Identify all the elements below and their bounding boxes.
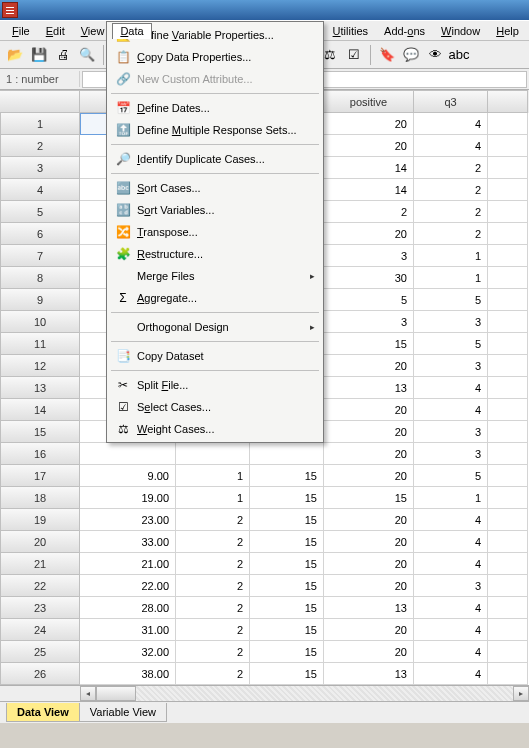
row-number[interactable]: 3 — [0, 157, 80, 179]
cell[interactable]: 14 — [324, 157, 414, 179]
row-number[interactable]: 1 — [0, 113, 80, 135]
row-number[interactable]: 24 — [0, 619, 80, 641]
cell[interactable]: 9.00 — [80, 465, 176, 487]
spellcheck-icon[interactable]: abc — [448, 44, 470, 66]
cell[interactable] — [488, 553, 528, 575]
cell[interactable]: 4 — [414, 597, 488, 619]
cell[interactable] — [488, 509, 528, 531]
cell[interactable]: 5 — [324, 289, 414, 311]
cell[interactable]: 15 — [250, 509, 324, 531]
menu-item-define-multiple-response-sets[interactable]: 🔝Define Multiple Response Sets... — [109, 119, 321, 141]
cell[interactable]: 3 — [414, 355, 488, 377]
cell[interactable] — [488, 289, 528, 311]
cell[interactable] — [488, 113, 528, 135]
show-all-icon[interactable]: 👁 — [424, 44, 446, 66]
menu-file[interactable]: File — [4, 23, 38, 39]
cell[interactable] — [488, 179, 528, 201]
scroll-left-icon[interactable]: ◂ — [80, 686, 96, 701]
menu-item-merge-files[interactable]: Merge Files — [109, 265, 321, 287]
cell[interactable]: 31.00 — [80, 619, 176, 641]
print-icon[interactable]: 🖨 — [52, 44, 74, 66]
cell[interactable]: 20 — [324, 113, 414, 135]
cell[interactable]: 4 — [414, 663, 488, 685]
cell[interactable]: 4 — [414, 553, 488, 575]
cell[interactable]: 2 — [176, 619, 250, 641]
cell[interactable] — [488, 223, 528, 245]
cell[interactable] — [488, 399, 528, 421]
cell[interactable]: 20 — [324, 619, 414, 641]
row-number[interactable]: 16 — [0, 443, 80, 465]
use-sets-icon[interactable]: 💬 — [400, 44, 422, 66]
menu-item-copy-data-properties[interactable]: 📋Copy Data Properties... — [109, 46, 321, 68]
cell[interactable]: 4 — [414, 377, 488, 399]
cell[interactable]: 5 — [414, 333, 488, 355]
cell[interactable] — [80, 443, 176, 465]
cell[interactable]: 3 — [324, 311, 414, 333]
cell[interactable]: 3 — [414, 575, 488, 597]
row-number[interactable]: 17 — [0, 465, 80, 487]
cell[interactable]: 2 — [414, 179, 488, 201]
cell[interactable]: 5 — [414, 465, 488, 487]
cell[interactable] — [488, 267, 528, 289]
cell[interactable] — [488, 157, 528, 179]
cell[interactable]: 13 — [324, 377, 414, 399]
menu-item-split-file[interactable]: ✂Split File... — [109, 374, 321, 396]
cell[interactable]: 3 — [324, 245, 414, 267]
cell[interactable]: 4 — [414, 399, 488, 421]
cell[interactable]: 13 — [324, 663, 414, 685]
cell[interactable]: 4 — [414, 113, 488, 135]
cell[interactable]: 3 — [414, 311, 488, 333]
cell[interactable]: 33.00 — [80, 531, 176, 553]
cell[interactable]: 3 — [414, 421, 488, 443]
menu-add-ons[interactable]: Add-ons — [376, 23, 433, 39]
cell[interactable]: 20 — [324, 575, 414, 597]
row-number[interactable]: 18 — [0, 487, 80, 509]
menu-item-identify-duplicate-cases[interactable]: 🔎Identify Duplicate Cases... — [109, 148, 321, 170]
row-number[interactable]: 10 — [0, 311, 80, 333]
horizontal-scrollbar[interactable]: ◂ ▸ — [0, 685, 529, 701]
row-number[interactable]: 26 — [0, 663, 80, 685]
cell[interactable]: 2 — [176, 663, 250, 685]
preview-icon[interactable]: 🔍 — [76, 44, 98, 66]
menu-item-select-cases[interactable]: ☑Select Cases... — [109, 396, 321, 418]
cell[interactable]: 23.00 — [80, 509, 176, 531]
menu-item-aggregate[interactable]: ΣAggregate... — [109, 287, 321, 309]
cell[interactable]: 21.00 — [80, 553, 176, 575]
cell[interactable]: 4 — [414, 135, 488, 157]
cell[interactable] — [488, 487, 528, 509]
col-header-q3[interactable]: q3 — [414, 90, 488, 113]
cell[interactable] — [488, 135, 528, 157]
cell[interactable]: 20 — [324, 443, 414, 465]
cell[interactable]: 20 — [324, 421, 414, 443]
cell[interactable]: 15 — [324, 333, 414, 355]
menu-item-define-dates[interactable]: 📅Define Dates... — [109, 97, 321, 119]
cell[interactable]: 1 — [176, 487, 250, 509]
cell[interactable] — [488, 641, 528, 663]
cell[interactable]: 15 — [324, 487, 414, 509]
cell[interactable]: 15 — [250, 641, 324, 663]
cell[interactable]: 15 — [250, 531, 324, 553]
cell[interactable]: 1 — [414, 245, 488, 267]
cell[interactable]: 2 — [324, 201, 414, 223]
menu-item-sort-cases[interactable]: 🔤Sort Cases... — [109, 177, 321, 199]
cell[interactable] — [488, 465, 528, 487]
cell[interactable] — [488, 311, 528, 333]
cell[interactable]: 15 — [250, 553, 324, 575]
cell[interactable]: 15 — [250, 465, 324, 487]
cell[interactable]: 15 — [250, 597, 324, 619]
cell[interactable] — [488, 597, 528, 619]
menu-item-transpose[interactable]: 🔀Transpose... — [109, 221, 321, 243]
row-number[interactable]: 9 — [0, 289, 80, 311]
open-icon[interactable]: 📂 — [4, 44, 26, 66]
cell[interactable] — [488, 619, 528, 641]
cell[interactable]: 32.00 — [80, 641, 176, 663]
cell[interactable]: 2 — [176, 641, 250, 663]
col-header-positive[interactable]: positive — [324, 90, 414, 113]
row-number[interactable]: 15 — [0, 421, 80, 443]
cell[interactable]: 4 — [414, 509, 488, 531]
row-number[interactable]: 12 — [0, 355, 80, 377]
cell[interactable]: 20 — [324, 355, 414, 377]
cell[interactable]: 13 — [324, 597, 414, 619]
cell[interactable]: 30 — [324, 267, 414, 289]
cell[interactable]: 4 — [414, 641, 488, 663]
